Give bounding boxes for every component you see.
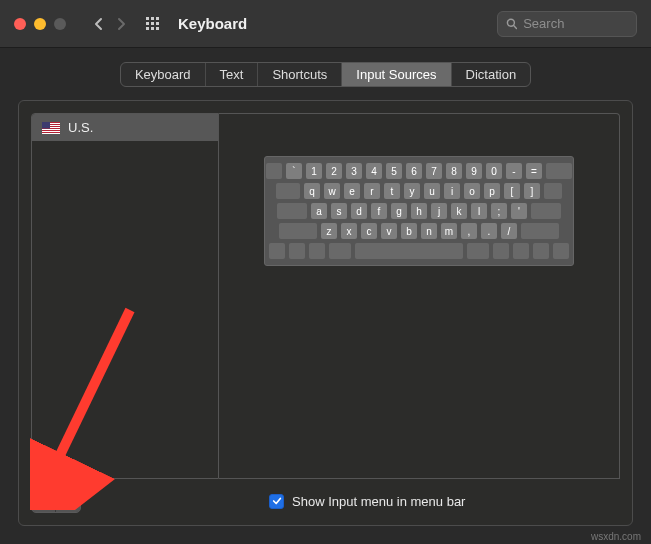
keyboard-row (271, 243, 567, 259)
key: b (401, 223, 417, 239)
key: y (404, 183, 420, 199)
search-icon (506, 17, 517, 30)
key: / (501, 223, 517, 239)
key: . (481, 223, 497, 239)
key: j (431, 203, 447, 219)
add-remove-control: + − (31, 489, 81, 513)
svg-rect-1 (151, 17, 154, 20)
search-input[interactable] (523, 16, 628, 31)
keyboard-row: zxcvbnm,./ (271, 223, 567, 239)
window-title: Keyboard (178, 15, 247, 32)
key: u (424, 183, 440, 199)
keyboard-row: `1234567890-= (271, 163, 567, 179)
chevron-right-icon (116, 17, 126, 31)
key: d (351, 203, 367, 219)
key: n (421, 223, 437, 239)
key: ` (286, 163, 302, 179)
key: , (461, 223, 477, 239)
window-controls (14, 18, 66, 30)
svg-rect-15 (42, 129, 60, 130)
us-flag-icon (42, 122, 60, 134)
key: s (331, 203, 347, 219)
tab-bar: Keyboard Text Shortcuts Input Sources Di… (0, 48, 651, 97)
svg-rect-8 (156, 27, 159, 30)
svg-rect-5 (156, 22, 159, 25)
close-window-button[interactable] (14, 18, 26, 30)
svg-rect-7 (151, 27, 154, 30)
key: t (384, 183, 400, 199)
key: w (324, 183, 340, 199)
search-field[interactable] (497, 11, 637, 37)
key: 7 (426, 163, 442, 179)
svg-rect-4 (151, 22, 154, 25)
key: 8 (446, 163, 462, 179)
source-name: U.S. (68, 120, 93, 135)
back-button[interactable] (88, 13, 110, 35)
keyboard-row: qwertyuiop[] (271, 183, 567, 199)
key: x (341, 223, 357, 239)
show-all-button[interactable] (142, 13, 164, 35)
key: 2 (326, 163, 342, 179)
key: 4 (366, 163, 382, 179)
key: h (411, 203, 427, 219)
key: e (344, 183, 360, 199)
key: 6 (406, 163, 422, 179)
key: q (304, 183, 320, 199)
svg-rect-2 (156, 17, 159, 20)
key: ' (511, 203, 527, 219)
remove-source-button[interactable]: − (56, 490, 80, 512)
zoom-window-button[interactable] (54, 18, 66, 30)
chevron-left-icon (94, 17, 104, 31)
key: 9 (466, 163, 482, 179)
watermark: wsxdn.com (591, 531, 641, 542)
key: g (391, 203, 407, 219)
key: a (311, 203, 327, 219)
tab-text[interactable]: Text (206, 63, 259, 86)
minimize-window-button[interactable] (34, 18, 46, 30)
keyboard-row: asdfghjkl;' (271, 203, 567, 219)
key: [ (504, 183, 520, 199)
key: = (526, 163, 542, 179)
tab-dictation[interactable]: Dictation (452, 63, 531, 86)
keyboard-preview-pane: `1234567890-= qwertyuiop[] asdfghjkl;' z… (219, 113, 620, 479)
grid-icon (145, 16, 161, 32)
svg-rect-16 (42, 131, 60, 132)
key: 3 (346, 163, 362, 179)
key: k (451, 203, 467, 219)
show-input-menu-row[interactable]: Show Input menu in menu bar (269, 494, 465, 509)
content-panel: U.S. `1234567890-= qwertyuiop[] asdfghjk… (18, 100, 633, 526)
svg-rect-6 (146, 27, 149, 30)
key: m (441, 223, 457, 239)
forward-button[interactable] (110, 13, 132, 35)
add-source-button[interactable]: + (32, 490, 56, 512)
list-item[interactable]: U.S. (32, 114, 218, 141)
key: o (464, 183, 480, 199)
key: r (364, 183, 380, 199)
titlebar: Keyboard (0, 0, 651, 48)
key: c (361, 223, 377, 239)
svg-rect-0 (146, 17, 149, 20)
tab-keyboard[interactable]: Keyboard (121, 63, 206, 86)
checkmark-icon (272, 496, 282, 506)
svg-line-10 (514, 26, 517, 29)
svg-rect-17 (42, 133, 60, 134)
input-sources-list[interactable]: U.S. (31, 113, 219, 479)
segmented-control: Keyboard Text Shortcuts Input Sources Di… (120, 62, 531, 87)
tab-input-sources[interactable]: Input Sources (342, 63, 451, 86)
show-input-menu-label: Show Input menu in menu bar (292, 494, 465, 509)
key: ] (524, 183, 540, 199)
key: l (471, 203, 487, 219)
key: i (444, 183, 460, 199)
tab-shortcuts[interactable]: Shortcuts (258, 63, 342, 86)
svg-rect-18 (42, 122, 50, 129)
key: 1 (306, 163, 322, 179)
key: 5 (386, 163, 402, 179)
key: 0 (486, 163, 502, 179)
key: v (381, 223, 397, 239)
svg-rect-3 (146, 22, 149, 25)
key: - (506, 163, 522, 179)
bottom-bar: + − Show Input menu in menu bar (19, 479, 632, 525)
key: f (371, 203, 387, 219)
show-input-menu-checkbox[interactable] (269, 494, 284, 509)
key: z (321, 223, 337, 239)
